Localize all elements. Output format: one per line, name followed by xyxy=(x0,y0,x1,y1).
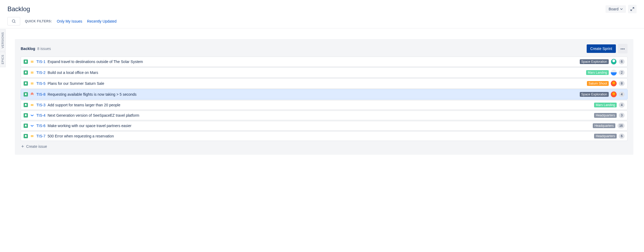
issue-row[interactable]: TIS-2 Build out a local office on Mars M… xyxy=(21,68,628,78)
story-points: 4 xyxy=(619,102,625,108)
story-icon xyxy=(24,60,28,64)
story-icon xyxy=(24,103,28,107)
issue-summary: Plans for our Summer Saturn Sale xyxy=(48,81,104,86)
issue-summary: Add support for teams larger than 20 peo… xyxy=(48,103,120,107)
story-icon xyxy=(24,113,28,117)
svg-rect-6 xyxy=(31,84,33,84)
side-tab-epics[interactable]: EPICS xyxy=(0,52,6,67)
story-points: 6 xyxy=(619,133,625,139)
story-points: 6 xyxy=(619,59,625,64)
issue-key[interactable]: TIS-3 xyxy=(36,103,45,107)
issue-row[interactable]: TIS-3 Add support for teams larger than … xyxy=(21,100,628,110)
svg-rect-9 xyxy=(31,135,33,136)
svg-rect-10 xyxy=(31,136,33,137)
issue-summary: Requesting available flights is now taki… xyxy=(48,92,136,96)
priority-medium-icon xyxy=(30,103,34,107)
svg-rect-8 xyxy=(31,105,33,106)
assignee-avatar[interactable] xyxy=(611,91,617,97)
side-tab-versions[interactable]: VERSIONS xyxy=(0,29,6,51)
board-dropdown[interactable]: Board xyxy=(606,5,626,13)
priority-medium-icon xyxy=(30,134,34,138)
assignee-avatar[interactable] xyxy=(611,59,617,65)
epic-badge[interactable]: Space Exploration xyxy=(580,59,609,64)
epic-badge[interactable]: Headquarters xyxy=(593,123,615,128)
issue-key[interactable]: TIS-1 xyxy=(36,60,45,64)
create-issue-label: Create issue xyxy=(26,144,47,149)
page-title: Backlog xyxy=(7,5,30,13)
backlog-title: Backlog xyxy=(21,47,35,51)
epic-badge[interactable]: Saturn Shoot xyxy=(587,81,609,86)
issue-key[interactable]: TIS-5 xyxy=(36,81,45,86)
issue-key[interactable]: TIS-2 xyxy=(36,70,45,75)
story-points: 16 xyxy=(617,123,625,128)
story-icon xyxy=(24,92,28,96)
story-points: 8 xyxy=(619,81,625,86)
story-points: 3 xyxy=(619,113,625,118)
story-icon xyxy=(24,124,28,128)
issue-row[interactable]: TIS-7 500 Error when requesting a reserv… xyxy=(21,131,628,141)
search-button[interactable] xyxy=(7,17,20,26)
svg-rect-7 xyxy=(31,104,33,105)
search-icon xyxy=(12,19,16,23)
assignee-avatar[interactable] xyxy=(611,81,617,86)
svg-rect-4 xyxy=(31,73,33,73)
issue-key[interactable]: TIS-4 xyxy=(36,113,45,117)
backlog-panel: Backlog 8 issues Create Sprint ••• TIS-1… xyxy=(15,39,633,155)
svg-rect-3 xyxy=(31,72,33,72)
epic-badge[interactable]: Headquarters xyxy=(594,113,617,118)
assignee-avatar[interactable] xyxy=(611,70,617,75)
story-points: 4 xyxy=(619,92,625,97)
svg-rect-2 xyxy=(31,62,33,62)
plus-icon: + xyxy=(21,144,24,149)
issue-summary: Next Generation version of SeeSpaceEZ tr… xyxy=(48,113,139,117)
issue-row[interactable]: TIS-5 Plans for our Summer Saturn Sale S… xyxy=(21,78,628,89)
priority-low-icon xyxy=(30,113,34,117)
priority-high-icon xyxy=(30,92,34,96)
svg-point-0 xyxy=(12,20,15,22)
epic-badge[interactable]: Mars Landing xyxy=(594,103,617,107)
epic-badge[interactable]: Headquarters xyxy=(594,134,617,138)
more-actions-button[interactable]: ••• xyxy=(618,44,628,53)
issue-row[interactable]: TIS-4 Next Generation version of SeeSpac… xyxy=(21,111,628,120)
issue-summary: Build out a local office on Mars xyxy=(48,70,98,75)
issue-summary: Make working with our space travel partn… xyxy=(48,124,131,128)
chevron-down-icon xyxy=(620,8,623,10)
issue-row[interactable]: TIS-8 Requesting available flights is no… xyxy=(21,89,628,99)
issue-summary: 500 Error when requesting a reservation xyxy=(48,134,114,138)
priority-medium-icon xyxy=(30,60,34,64)
issue-row[interactable]: TIS-6 Make working with our space travel… xyxy=(21,121,628,131)
svg-rect-1 xyxy=(31,61,33,61)
priority-medium-icon xyxy=(30,70,34,75)
story-icon xyxy=(24,81,28,86)
board-dropdown-label: Board xyxy=(609,7,619,11)
issue-key[interactable]: TIS-8 xyxy=(36,92,45,96)
create-issue-button[interactable]: + Create issue xyxy=(21,144,628,149)
ellipsis-icon: ••• xyxy=(621,47,625,51)
priority-low-icon xyxy=(30,124,34,128)
svg-rect-5 xyxy=(31,83,33,83)
filter-only-my-issues[interactable]: Only My Issues xyxy=(57,19,82,23)
issue-key[interactable]: TIS-6 xyxy=(36,124,45,128)
priority-medium-icon xyxy=(30,81,34,86)
story-icon xyxy=(24,70,28,75)
story-points: 2 xyxy=(619,70,625,75)
filter-recently-updated[interactable]: Recently Updated xyxy=(87,19,117,23)
issue-summary: Expand travel to destinations outside of… xyxy=(48,60,143,64)
epic-badge[interactable]: Mars Landing xyxy=(586,70,609,75)
issue-key[interactable]: TIS-7 xyxy=(36,134,45,138)
issue-row[interactable]: TIS-1 Expand travel to destinations outs… xyxy=(21,57,628,67)
backlog-count: 8 issues xyxy=(37,47,51,51)
epic-badge[interactable]: Space Exploration xyxy=(580,92,609,97)
quick-filters-label: QUICK FILTERS: xyxy=(25,19,52,23)
story-icon xyxy=(24,134,28,138)
create-sprint-button[interactable]: Create Sprint xyxy=(587,44,616,53)
fullscreen-button[interactable] xyxy=(628,5,637,13)
expand-icon xyxy=(630,7,634,11)
